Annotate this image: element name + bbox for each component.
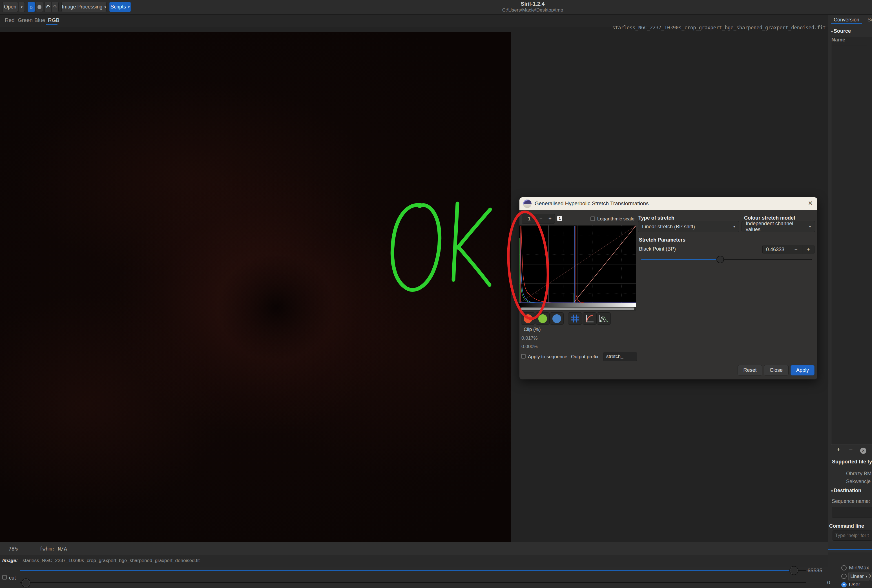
- active-tab-underline: [46, 24, 57, 25]
- blue-channel-toggle[interactable]: [550, 312, 564, 325]
- undo-icon: ↶: [46, 4, 50, 10]
- command-line-input[interactable]: [833, 531, 872, 541]
- histogram-scrollbar-track[interactable]: [520, 307, 636, 311]
- dialog-titlebar[interactable]: Generalised Hyperbolic Stretch Transform…: [520, 197, 817, 210]
- scripts-menu-button[interactable]: Scripts▾: [109, 2, 131, 12]
- black-point-plus-button[interactable]: +: [802, 245, 814, 254]
- black-point-spinner[interactable]: 0.46333 − +: [763, 244, 815, 254]
- home-button[interactable]: ⌂: [28, 2, 35, 12]
- open-button[interactable]: Open: [2, 2, 18, 12]
- reset-button[interactable]: Reset: [737, 365, 763, 375]
- clipped-edge-button[interactable]: [871, 572, 872, 581]
- apply-button[interactable]: Apply: [791, 365, 815, 375]
- clear-files-button[interactable]: ✕: [859, 446, 868, 454]
- redo-icon: ↷: [53, 4, 57, 10]
- open-button-label: Open: [4, 4, 16, 10]
- supported-file-types-header: Supported file types: [832, 459, 872, 465]
- window-path: C:\Users\Macie\Desktop\tmp: [502, 8, 563, 13]
- tab-blue[interactable]: Blue: [34, 17, 45, 23]
- undo-button[interactable]: ↶: [44, 2, 51, 12]
- mode-minmax-radio[interactable]: Min/Max: [841, 565, 869, 571]
- destination-section-header[interactable]: ▾Destination: [831, 488, 861, 494]
- lo-slider-track[interactable]: [20, 582, 806, 583]
- spinner-minus-button[interactable]: −: [537, 214, 545, 224]
- zoom-level: 78%: [9, 546, 18, 552]
- lo-slider-handle[interactable]: [21, 578, 30, 587]
- source-file-list[interactable]: Name: [831, 37, 872, 445]
- source-section-header[interactable]: ▾Source: [831, 28, 851, 34]
- name-column-header[interactable]: Name: [832, 37, 867, 45]
- tab-sequence[interactable]: Sequence: [868, 17, 872, 23]
- curve-display-toggle[interactable]: [583, 312, 597, 325]
- hi-slider-track[interactable]: [20, 570, 806, 571]
- scripts-label: Scripts: [111, 4, 126, 10]
- spinner-plus-button[interactable]: +: [545, 214, 554, 224]
- single-image-badge: 1: [557, 216, 562, 221]
- grid-toggle[interactable]: [568, 312, 582, 325]
- scale-mode-dropdown[interactable]: Linear▾: [848, 572, 869, 581]
- record-button[interactable]: [36, 2, 43, 12]
- output-prefix-label: Output prefix:: [571, 354, 600, 360]
- close-button[interactable]: Close: [764, 365, 788, 375]
- tab-green[interactable]: Green: [18, 17, 33, 23]
- log-scale-checkbox[interactable]: [590, 216, 595, 221]
- open-dropdown-button[interactable]: ▾: [19, 2, 25, 12]
- chevron-down-icon: ▾: [866, 574, 868, 578]
- apply-to-sequence-label: Apply to sequence: [528, 354, 567, 360]
- gradient-scale-bar: [520, 303, 636, 307]
- black-point-slider-handle[interactable]: [716, 256, 724, 263]
- remove-files-button[interactable]: −: [847, 446, 856, 454]
- add-files-button[interactable]: +: [834, 446, 843, 454]
- image-canvas[interactable]: [0, 32, 511, 542]
- active-panel-tab-underline: [831, 23, 862, 24]
- log-scale-label: Logarithmic scale: [597, 216, 634, 222]
- hi-slider-fill: [20, 570, 790, 571]
- chevron-down-icon: ▾: [105, 5, 106, 9]
- histogram-scrollbar-thumb[interactable]: [521, 308, 634, 310]
- blue-channel-icon: [552, 314, 561, 323]
- mode-user-label: User: [849, 582, 860, 587]
- image-name-bar: Image: starless_NGC_2237_10390s_crop_gra…: [0, 555, 828, 567]
- histogram-display-toggle[interactable]: [597, 312, 611, 325]
- hi-slider-handle[interactable]: [790, 566, 799, 575]
- siril-dialog-icon: [523, 200, 532, 208]
- red-channel-icon: [524, 314, 532, 323]
- app-window: Open ▾ ⌂ ↶ ↷ Image Processing▾ Scripts▾ …: [0, 0, 872, 588]
- sequence-name-input[interactable]: [832, 507, 872, 518]
- cut-checkbox[interactable]: [2, 575, 7, 579]
- mode-user-radio[interactable]: User: [841, 582, 860, 588]
- black-point-slider-track[interactable]: [641, 259, 812, 260]
- image-index-spinner[interactable]: 1 − +: [522, 214, 555, 224]
- chevron-down-icon: ▾: [831, 489, 833, 493]
- file-type-item: Sekwencje S: [846, 478, 872, 484]
- red-channel-toggle[interactable]: [521, 312, 535, 325]
- sequence-name-label: Sequence name:: [832, 498, 870, 504]
- progress-bar: [828, 549, 872, 550]
- command-line-header: Command line: [829, 523, 864, 529]
- dialog-close-button[interactable]: ✕: [808, 200, 813, 207]
- image-label: Image:: [2, 558, 18, 564]
- image-name-value: starless_NGC_2237_10390s_crop_graxpert_b…: [22, 558, 200, 564]
- clip-label: Clip (%): [524, 327, 541, 332]
- redo-button[interactable]: ↷: [52, 2, 58, 12]
- black-point-minus-button[interactable]: −: [790, 245, 802, 254]
- clip-highlights-value: 0.000%: [521, 344, 538, 350]
- black-point-label: Black Point (BP): [639, 246, 676, 252]
- tab-red[interactable]: Red: [5, 17, 15, 23]
- colour-model-value: Independent channel values: [746, 221, 809, 232]
- window-title: Siril-1.2.4: [521, 1, 545, 7]
- histogram-plot[interactable]: [520, 225, 636, 303]
- green-channel-toggle[interactable]: [535, 312, 550, 325]
- radio-icon: [841, 574, 847, 579]
- image-processing-menu-button[interactable]: Image Processing▾: [61, 2, 106, 12]
- file-type-item: Obrazy BMP: [846, 471, 872, 477]
- destination-header-label: Destination: [834, 488, 861, 493]
- output-prefix-input[interactable]: [603, 352, 637, 361]
- colour-model-dropdown[interactable]: Independent channel values▾: [742, 221, 815, 232]
- cut-label: cut: [9, 575, 16, 581]
- tab-rgb[interactable]: RGB: [48, 17, 60, 23]
- tab-conversion[interactable]: Conversion: [834, 17, 859, 23]
- apply-to-sequence-checkbox[interactable]: [521, 354, 526, 358]
- type-of-stretch-dropdown[interactable]: Linear stretch (BP shift)▾: [638, 221, 739, 232]
- image-index-value: 1: [522, 214, 536, 224]
